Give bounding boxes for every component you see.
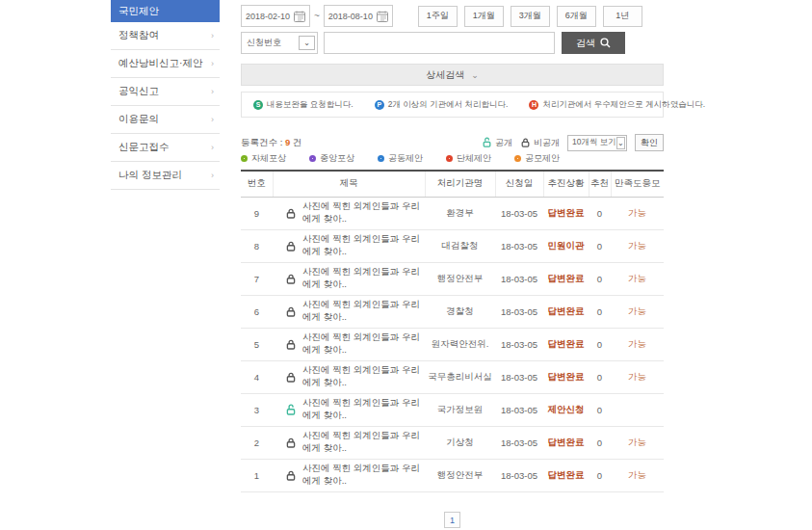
row-number: 8 xyxy=(241,229,273,262)
sidebar-item-3[interactable]: 공익신고› xyxy=(111,78,220,106)
vote-count: 0 xyxy=(589,197,611,229)
sidebar-item-label: 신문고접수 xyxy=(118,141,170,154)
petition-table: 번호제목처리기관명신청일추진상황추천만족도응모 9사진에 찍힌 외계인들과 우리… xyxy=(241,170,664,492)
row-number: 4 xyxy=(241,360,273,393)
period-button-4[interactable]: 1년 xyxy=(603,6,642,27)
satisfaction-link[interactable]: 가능 xyxy=(628,207,646,218)
petition-title-link[interactable]: 사진에 찍힌 외계인들과 우리에게 찾아.. xyxy=(302,266,424,291)
satisfaction-link[interactable]: 가능 xyxy=(628,437,646,447)
badge-legend-label: 공모제안 xyxy=(525,152,560,165)
date-filter-row: 2018-02-10 ~ 2018-08-10 1주일1개월3개월6개월1년 xyxy=(241,5,664,27)
lock-icon xyxy=(520,137,531,148)
petition-title-link[interactable]: 사진에 찍힌 외계인들과 우리에게 찾아.. xyxy=(302,200,424,225)
status-badge: 답변완료 xyxy=(548,371,585,382)
request-date: 18-03-05 xyxy=(495,426,543,459)
petition-title-link[interactable]: 사진에 찍힌 외계인들과 우리에게 찾아.. xyxy=(302,331,424,357)
title-cell: 사진에 찍힌 외계인들과 우리에게 찾아.. xyxy=(273,360,425,393)
row-number: 2 xyxy=(241,426,273,459)
badge-legend-label: 공동제안 xyxy=(388,152,423,165)
vote-count: 0 xyxy=(589,229,611,262)
search-icon xyxy=(600,38,611,48)
page-size-select[interactable]: 10개씩 보기 ⌄ xyxy=(567,135,627,151)
column-header: 처리기관명 xyxy=(425,171,495,197)
status-badge: 제안신청 xyxy=(548,404,585,414)
open-legend: 공개 xyxy=(482,137,512,149)
calendar-icon[interactable] xyxy=(377,11,388,22)
petition-title-link[interactable]: 사진에 찍힌 외계인들과 우리에게 찾아.. xyxy=(302,430,424,455)
confirm-button[interactable]: 확인 xyxy=(635,134,664,151)
date-from-input[interactable]: 2018-02-10 xyxy=(241,5,310,27)
period-button-2[interactable]: 3개월 xyxy=(511,6,550,27)
sidebar-item-5[interactable]: 신문고접수› xyxy=(111,134,220,162)
notice-item-2: H처리기관에서 우수제안으로 게시하였습니다. xyxy=(529,99,705,111)
record-count: 등록건수 : 9 건 xyxy=(241,137,301,149)
lock-icon xyxy=(285,338,297,351)
column-header: 추천 xyxy=(589,171,611,197)
request-date: 18-03-05 xyxy=(495,229,543,262)
lock-icon xyxy=(285,371,297,384)
notice-badge-icon: S xyxy=(253,100,263,110)
date-to-input[interactable]: 2018-08-10 xyxy=(324,5,393,27)
petition-title-link[interactable]: 사진에 찍힌 외계인들과 우리에게 찾아.. xyxy=(302,364,424,389)
notice-badge-icon: P xyxy=(375,100,384,110)
sidebar-item-2[interactable]: 예산낭비신고·제안› xyxy=(111,50,220,78)
satisfaction-link[interactable]: 가능 xyxy=(628,305,646,316)
sidebar-item-6[interactable]: 나의 정보관리› xyxy=(111,162,220,190)
satisfaction-link[interactable]: 가능 xyxy=(628,371,646,382)
status-badge: 답변완료 xyxy=(548,469,585,480)
lock-icon xyxy=(285,305,297,318)
petition-title-link[interactable]: 사진에 찍힌 외계인들과 우리에게 찾아.. xyxy=(302,463,424,488)
vote-count: 0 xyxy=(589,328,611,360)
satisfaction-link[interactable]: 가능 xyxy=(628,469,646,480)
vote-count: 0 xyxy=(589,360,611,393)
badge-legend-item-4: 공모제안 xyxy=(514,152,560,165)
badge-ring-icon xyxy=(446,155,453,162)
column-header: 번호 xyxy=(241,171,273,197)
search-button[interactable]: 검색 xyxy=(562,32,625,54)
search-keyword-input[interactable] xyxy=(324,32,555,54)
table-row: 1사진에 찍힌 외계인들과 우리에게 찾아..행정안전부18-03-05답변완료… xyxy=(241,459,664,491)
title-cell: 사진에 찍힌 외계인들과 우리에게 찾아.. xyxy=(273,426,425,459)
lock-icon xyxy=(285,240,297,252)
request-date: 18-03-05 xyxy=(495,393,543,426)
status-badge: 답변완료 xyxy=(548,437,585,447)
vote-count: 0 xyxy=(589,426,611,459)
petition-title-link[interactable]: 사진에 찍힌 외계인들과 우리에게 찾아.. xyxy=(302,299,424,324)
satisfaction-link[interactable]: 가능 xyxy=(628,338,646,349)
search-row: 신청번호 ⌄ 검색 xyxy=(241,32,664,54)
sidebar-item-label: 이용문의 xyxy=(118,113,159,126)
period-button-0[interactable]: 1주일 xyxy=(418,6,458,27)
row-number: 7 xyxy=(241,262,273,295)
search-field-select[interactable]: 신청번호 ⌄ xyxy=(241,32,318,54)
page-button-1[interactable]: 1 xyxy=(444,512,460,528)
date-to-value: 2018-08-10 xyxy=(328,12,373,21)
badge-ring-icon xyxy=(378,155,384,162)
petition-title-link[interactable]: 사진에 찍힌 외계인들과 우리에게 찾아.. xyxy=(302,397,424,422)
agency-name: 원자력안전위. xyxy=(425,328,495,360)
table-row: 5사진에 찍힌 외계인들과 우리에게 찾아..원자력안전위.18-03-05답변… xyxy=(241,328,664,360)
chevron-right-icon: › xyxy=(211,87,214,96)
row-number: 6 xyxy=(241,295,273,328)
title-cell: 사진에 찍힌 외계인들과 우리에게 찾아.. xyxy=(273,229,425,262)
agency-name: 대검찰청 xyxy=(425,229,495,262)
calendar-icon[interactable] xyxy=(294,11,305,22)
period-button-1[interactable]: 1개월 xyxy=(464,6,504,27)
satisfaction-link[interactable]: 가능 xyxy=(628,240,646,251)
search-button-label: 검색 xyxy=(576,37,595,50)
petition-title-link[interactable]: 사진에 찍힌 외계인들과 우리에게 찾아.. xyxy=(302,233,424,258)
table-row: 6사진에 찍힌 외계인들과 우리에게 찾아..경찰청18-03-05답변완료0가… xyxy=(241,295,664,328)
detail-search-toggle[interactable]: 상세검색 ⌄ xyxy=(241,64,664,86)
lock-icon xyxy=(285,207,297,220)
vote-count: 0 xyxy=(589,295,611,328)
title-cell: 사진에 찍힌 외계인들과 우리에게 찾아.. xyxy=(273,197,425,229)
sidebar-item-0[interactable]: 국민제안› xyxy=(111,0,220,22)
table-row: 2사진에 찍힌 외계인들과 우리에게 찾아..기상청18-03-05답변완료0가… xyxy=(241,426,664,459)
sidebar-item-1[interactable]: 정책참여› xyxy=(111,22,220,50)
status-badge: 답변완료 xyxy=(548,273,585,283)
vote-count: 0 xyxy=(589,262,611,295)
satisfaction-link[interactable]: 가능 xyxy=(628,273,646,283)
sidebar-item-4[interactable]: 이용문의› xyxy=(111,106,220,134)
period-button-3[interactable]: 6개월 xyxy=(557,6,596,27)
chevron-right-icon: › xyxy=(211,143,214,152)
badge-legend-label: 단체제안 xyxy=(457,152,491,165)
